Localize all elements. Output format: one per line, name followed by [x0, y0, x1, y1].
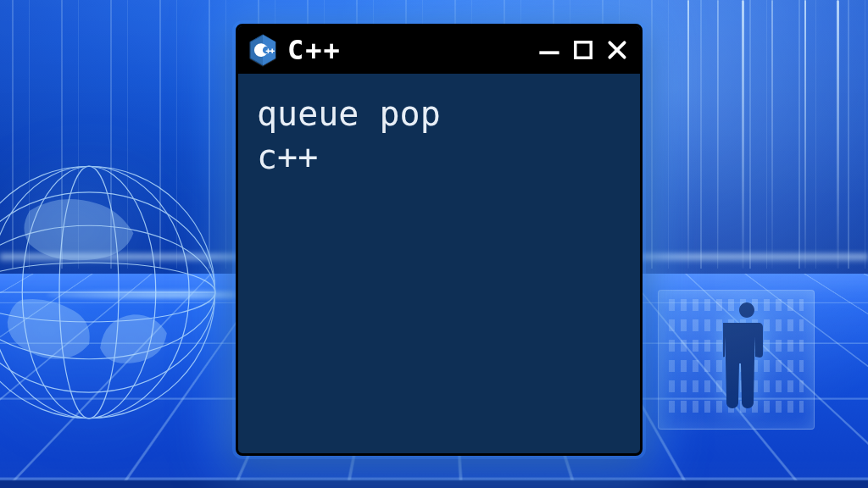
bg-globe-wireframe: [0, 144, 237, 441]
svg-point-4: [59, 166, 119, 419]
app-window: C++ queue pop c++: [236, 24, 643, 456]
svg-marker-9: [263, 35, 275, 65]
minimize-button[interactable]: [538, 39, 560, 61]
window-content: queue pop c++: [238, 74, 640, 179]
svg-point-6: [0, 166, 189, 419]
svg-point-5: [22, 166, 156, 419]
svg-point-1: [0, 263, 215, 322]
content-line-1: queue pop: [257, 94, 441, 133]
content-line-2: c++: [257, 137, 318, 176]
bg-hud-panel: [658, 290, 815, 430]
svg-point-2: [0, 225, 215, 359]
svg-point-0: [0, 166, 215, 419]
cpp-logo-icon: [248, 34, 277, 66]
close-button[interactable]: [606, 39, 628, 61]
titlebar[interactable]: C++: [238, 26, 640, 74]
svg-point-3: [0, 192, 215, 392]
maximize-button[interactable]: [572, 39, 594, 61]
svg-rect-15: [576, 42, 591, 58]
window-controls: [538, 39, 628, 61]
bg-person-silhouette: [723, 302, 771, 430]
titlebar-title: C++: [287, 34, 342, 66]
